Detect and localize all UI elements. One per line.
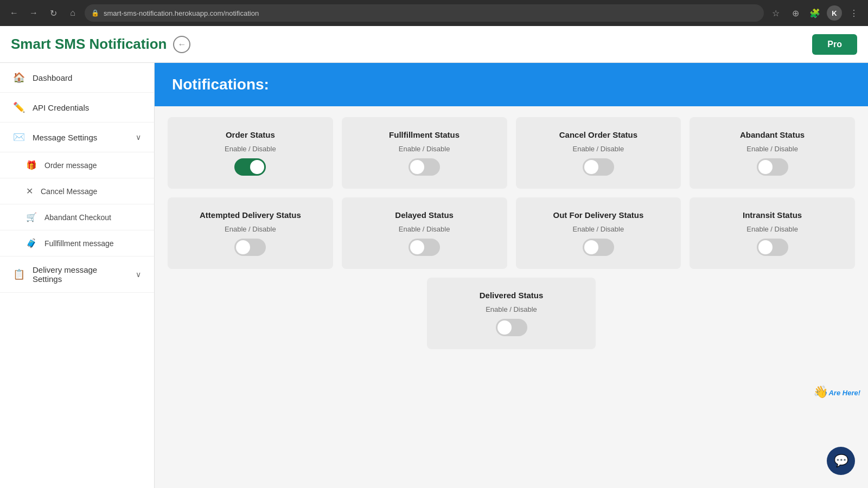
url-text: smart-sms-notification.herokuapp.com/not… (104, 9, 259, 17)
address-bar[interactable]: 🔒 smart-sms-notification.herokuapp.com/n… (85, 4, 764, 22)
home-button[interactable]: ⌂ (65, 5, 80, 21)
toggle-out-for-delivery-status[interactable] (583, 239, 614, 256)
cards-section: Order Status Enable / Disable Fullfillme… (155, 106, 868, 360)
card-subtitle-delivered-status: Enable / Disable (486, 305, 537, 313)
cards-row-1: Order Status Enable / Disable Fullfillme… (168, 117, 855, 189)
content-area: Notifications: Order Status Enable / Dis… (155, 63, 868, 488)
browser-chrome: ← → ↻ ⌂ 🔒 smart-sms-notification.herokua… (0, 0, 868, 26)
toggle-delayed-status[interactable] (409, 239, 440, 256)
sidebar-item-message-settings[interactable]: ✉️ Message Settings ∨ (0, 123, 154, 152)
cards-row-3: Delivered Status Enable / Disable (168, 278, 855, 349)
chat-widget: We Are Here! 👋 💬 (827, 425, 855, 475)
main-layout: 🏠 Dashboard ✏️ API Credentials ✉️ Messag… (0, 63, 868, 488)
card-cancel-order-status: Cancel Order Status Enable / Disable (516, 117, 681, 189)
back-button[interactable]: ← (173, 36, 190, 53)
sidebar-label-delivery-message-settings: Delivery message Settings (33, 265, 128, 284)
toggle-attempted-delivery-status[interactable] (234, 239, 266, 256)
edit-icon: ✏️ (13, 101, 25, 113)
card-subtitle-order-status: Enable / Disable (225, 145, 276, 153)
sidebar-label-fullfillment-message: Fullfillment message (44, 239, 114, 248)
sidebar-label-message-settings: Message Settings (33, 133, 97, 142)
app-title: Smart SMS Notification (11, 36, 167, 53)
title-area: Smart SMS Notification ← (11, 36, 190, 53)
toggle-abandant-status[interactable] (757, 158, 788, 176)
card-subtitle-out-for-delivery-status: Enable / Disable (573, 225, 624, 233)
forward-nav-button[interactable]: → (26, 5, 41, 21)
card-title-fullfillment-status: Fullfillment Status (389, 130, 459, 139)
card-subtitle-cancel-order-status: Enable / Disable (573, 145, 624, 153)
chat-button[interactable]: 💬 (827, 447, 855, 475)
extension-button[interactable]: 🧩 (807, 5, 822, 21)
menu-button[interactable]: ⋮ (846, 5, 861, 21)
card-subtitle-fullfillment-status: Enable / Disable (399, 145, 450, 153)
sidebar-label-cancel-message: Cancel Message (41, 187, 97, 196)
toggle-cancel-order-status[interactable] (583, 158, 614, 176)
card-title-delivered-status: Delivered Status (480, 291, 544, 300)
card-out-for-delivery-status: Out For Delivery Status Enable / Disable (516, 197, 681, 269)
add-tab-button[interactable]: ⊕ (788, 5, 803, 21)
x-icon: ✕ (26, 186, 33, 196)
card-title-delayed-status: Delayed Status (395, 210, 454, 220)
mail-icon: ✉️ (13, 131, 25, 143)
app-header: Smart SMS Notification ← Pro (0, 26, 868, 63)
card-fullfillment-status: Fullfillment Status Enable / Disable (342, 117, 507, 189)
sidebar-label-abandant-checkout: Abandant Checkout (44, 213, 111, 222)
card-subtitle-attempted-delivery-status: Enable / Disable (225, 225, 276, 233)
toggle-order-status[interactable] (234, 158, 266, 176)
sidebar-item-dashboard[interactable]: 🏠 Dashboard (0, 63, 154, 93)
card-title-abandant-status: Abandant Status (740, 130, 805, 139)
security-icon: 🔒 (91, 9, 99, 17)
layers-icon: 📋 (13, 268, 25, 280)
pro-button[interactable]: Pro (812, 34, 857, 55)
case-icon: 🧳 (26, 238, 37, 248)
cards-row-2: Attempted Delivery Status Enable / Disab… (168, 197, 855, 269)
sidebar-label-api-credentials: API Credentials (33, 103, 89, 112)
sidebar-item-order-message[interactable]: 🎁 Order message (0, 152, 154, 178)
reload-button[interactable]: ↻ (46, 5, 61, 21)
card-delayed-status: Delayed Status Enable / Disable (342, 197, 507, 269)
toggle-fullfillment-status[interactable] (409, 158, 440, 176)
card-subtitle-delayed-status: Enable / Disable (399, 225, 450, 233)
card-title-out-for-delivery-status: Out For Delivery Status (553, 210, 644, 220)
cart-icon: 🛒 (26, 212, 37, 222)
card-attempted-delivery-status: Attempted Delivery Status Enable / Disab… (168, 197, 333, 269)
hand-wave-icon: 👋 (813, 385, 828, 399)
chevron-down-icon-2: ∨ (136, 270, 141, 279)
card-title-attempted-delivery-status: Attempted Delivery Status (200, 210, 301, 220)
card-subtitle-abandant-status: Enable / Disable (746, 145, 798, 153)
toggle-intransit-status[interactable] (757, 239, 788, 256)
sidebar-item-cancel-message[interactable]: ✕ Cancel Message (0, 178, 154, 204)
chevron-down-icon: ∨ (136, 133, 141, 142)
sidebar-item-abandant-checkout[interactable]: 🛒 Abandant Checkout (0, 204, 154, 230)
sidebar: 🏠 Dashboard ✏️ API Credentials ✉️ Messag… (0, 63, 155, 488)
sidebar-item-fullfillment-message[interactable]: 🧳 Fullfillment message (0, 230, 154, 256)
card-title-order-status: Order Status (226, 130, 275, 139)
profile-avatar[interactable]: K (827, 5, 842, 21)
toggle-delivered-status[interactable] (496, 319, 527, 336)
sidebar-label-dashboard: Dashboard (33, 73, 72, 82)
notifications-title: Notifications: (172, 76, 851, 93)
bookmark-button[interactable]: ☆ (768, 5, 783, 21)
card-intransit-status: Intransit Status Enable / Disable (690, 197, 855, 269)
notifications-header: Notifications: (155, 63, 868, 106)
browser-actions: ☆ ⊕ 🧩 K ⋮ (768, 5, 861, 21)
card-subtitle-intransit-status: Enable / Disable (746, 225, 798, 233)
sidebar-label-order-message: Order message (44, 161, 97, 170)
home-icon: 🏠 (13, 72, 25, 84)
card-abandant-status: Abandant Status Enable / Disable (690, 117, 855, 189)
card-title-cancel-order-status: Cancel Order Status (559, 130, 637, 139)
gift-icon: 🎁 (26, 160, 37, 170)
sidebar-item-delivery-message-settings[interactable]: 📋 Delivery message Settings ∨ (0, 256, 154, 293)
back-nav-button[interactable]: ← (7, 5, 22, 21)
card-title-intransit-status: Intransit Status (743, 210, 802, 220)
sidebar-item-api-credentials[interactable]: ✏️ API Credentials (0, 93, 154, 123)
card-delivered-status: Delivered Status Enable / Disable (427, 278, 596, 349)
card-order-status: Order Status Enable / Disable (168, 117, 333, 189)
